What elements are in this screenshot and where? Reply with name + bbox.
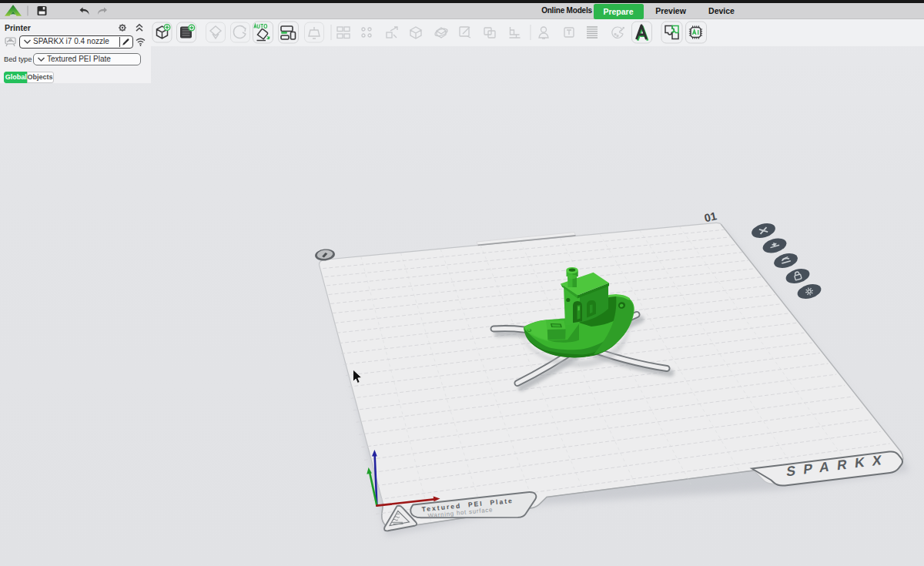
svg-text:01: 01: [703, 209, 718, 224]
